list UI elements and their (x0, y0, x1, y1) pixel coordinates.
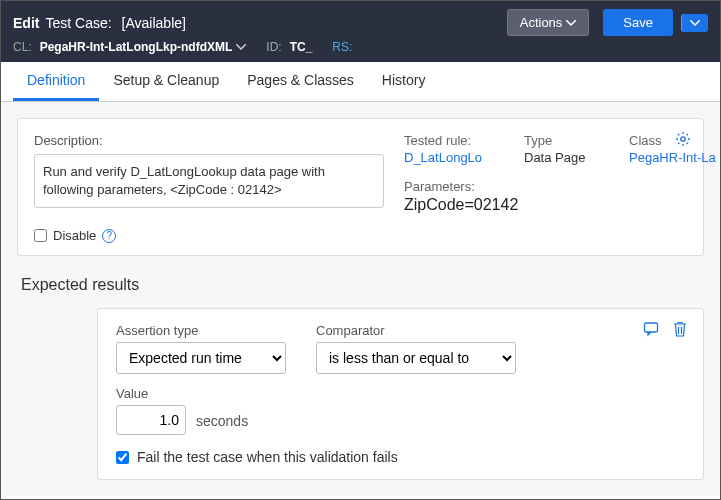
gear-icon[interactable] (675, 131, 691, 147)
description-label: Description: (34, 133, 384, 148)
type-label: Type (524, 133, 599, 148)
class-link[interactable]: PegaHR-Int-La (629, 150, 719, 165)
save-button[interactable]: Save (603, 9, 673, 36)
parameters-value: ZipCode=02142 (404, 196, 719, 214)
fail-label: Fail the test case when this validation … (137, 449, 398, 465)
actions-button[interactable]: Actions (507, 9, 590, 36)
save-dropdown-button[interactable] (681, 14, 708, 32)
expected-results-heading: Expected results (21, 276, 700, 294)
help-icon[interactable]: ? (102, 229, 116, 243)
trash-icon[interactable] (673, 321, 687, 337)
cl-label: CL: (13, 40, 32, 54)
tested-rule-link[interactable]: D_LatLongLo (404, 150, 494, 165)
value-input[interactable] (116, 405, 186, 435)
chevron-down-icon (236, 44, 246, 50)
comparator-select[interactable]: is less than or equal to (316, 342, 516, 374)
value-label: Value (116, 386, 186, 401)
svg-point-0 (681, 137, 685, 141)
tested-rule-label: Tested rule: (404, 133, 494, 148)
tab-pages-classes[interactable]: Pages & Classes (233, 62, 368, 101)
svg-rect-1 (645, 323, 658, 332)
id-value: TC_ (290, 40, 313, 54)
availability-status: [Available] (122, 15, 186, 31)
comment-icon[interactable] (643, 321, 659, 337)
chevron-down-icon (690, 20, 700, 26)
tab-setup-cleanup[interactable]: Setup & Cleanup (99, 62, 233, 101)
parameters-label: Parameters: (404, 179, 719, 194)
rs-label: RS: (332, 40, 352, 54)
description-input[interactable]: Run and verify D_LatLongLookup data page… (34, 154, 384, 208)
class-label: Class (629, 133, 719, 148)
definition-card: Description: Run and verify D_LatLongLoo… (17, 118, 704, 256)
page-title-testcase: Test Case: (45, 15, 111, 31)
comparator-label: Comparator (316, 323, 516, 338)
tab-bar: Definition Setup & Cleanup Pages & Class… (1, 62, 720, 102)
assertion-type-select[interactable]: Expected run time (116, 342, 286, 374)
value-unit: seconds (196, 413, 248, 435)
page-title-edit: Edit (13, 15, 39, 31)
assertion-type-label: Assertion type (116, 323, 286, 338)
actions-label: Actions (520, 15, 563, 30)
cl-value[interactable]: PegaHR-Int-LatLongLkp-ndfdXML (40, 40, 247, 54)
tab-definition[interactable]: Definition (13, 62, 99, 101)
chevron-down-icon (566, 20, 576, 26)
disable-label: Disable (53, 228, 96, 243)
disable-checkbox[interactable] (34, 229, 47, 242)
tab-history[interactable]: History (368, 62, 440, 101)
assertion-card: Assertion type Expected run time Compara… (97, 308, 704, 480)
id-label: ID: (266, 40, 281, 54)
fail-checkbox[interactable] (116, 451, 129, 464)
type-value: Data Page (524, 150, 599, 165)
